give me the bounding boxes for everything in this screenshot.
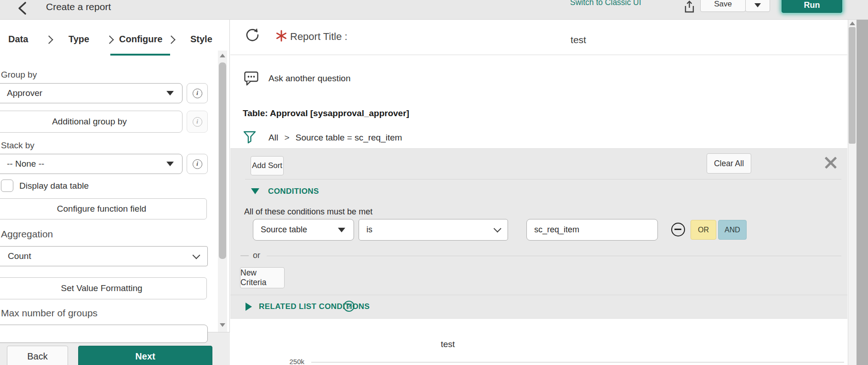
help-icon[interactable]: ? [343,301,354,312]
back-button[interactable]: Back [7,346,68,365]
stack-by-label: Stack by [1,140,34,151]
save-button-label: Save [714,0,732,9]
info-icon: i [193,117,202,127]
info-icon: i [193,89,202,98]
clear-all-label: Clear All [714,159,744,168]
chevron-down-icon [494,225,502,233]
remove-condition-icon[interactable] [671,223,685,236]
condition-operator-value: is [366,225,372,235]
condition-field-dropdown[interactable]: Source table [253,219,354,241]
clear-all-button[interactable]: Clear All [707,153,751,174]
new-criteria-label: New Criteria [240,268,284,287]
condition-field-value: Source table [261,225,307,235]
condition-value-input[interactable] [526,219,658,241]
step-configure[interactable]: Configure [119,34,162,45]
active-step-underline [110,54,170,56]
next-button[interactable]: Next [78,346,212,365]
add-sort-button[interactable]: Add Sort [251,156,284,175]
save-dropdown-button[interactable] [745,0,770,12]
related-section-divider [230,295,847,295]
right-gutter [857,20,868,365]
or-button-label: OR [698,226,709,234]
back-icon[interactable] [17,1,28,15]
display-data-table-label: Display data table [19,181,89,191]
expand-related-icon[interactable] [246,303,252,311]
and-button-label: AND [725,226,740,234]
conditions-section-header[interactable]: CONDITIONS [268,187,319,196]
set-value-formatting-button[interactable]: Set Value Formatting [0,277,207,299]
chevron-down-icon [166,162,174,166]
stack-by-info-button[interactable]: i [187,154,208,174]
report-title-value[interactable]: test [546,34,611,45]
config-panel-scrollbar-thumb[interactable] [219,62,226,259]
max-groups-label: Max number of groups [1,308,97,319]
conditions-helper-text: All of these conditions must be met [244,207,372,217]
collapse-conditions-icon[interactable] [251,188,259,194]
step-style[interactable]: Style [190,34,212,45]
chevron-down-icon [193,251,200,259]
display-data-table-checkbox[interactable] [1,180,13,192]
max-groups-input[interactable] [0,325,208,343]
share-icon[interactable] [683,0,696,14]
filter-icon[interactable] [242,130,257,146]
close-icon[interactable] [823,155,839,171]
scroll-up-icon[interactable] [850,22,855,25]
additional-group-by-info-button[interactable]: i [187,111,208,133]
step-type[interactable]: Type [69,34,89,45]
info-glyph: i [196,118,198,125]
stack-by-value: -- None -- [7,159,44,169]
run-button-label: Run [804,0,820,10]
ask-another-question-link[interactable]: Ask another question [268,73,351,84]
filter-breadcrumb[interactable]: All > Source table = sc_req_item [268,133,402,143]
or-divider-line [267,256,841,256]
refresh-icon[interactable] [245,27,260,43]
condition-operator-select[interactable]: is [359,219,508,241]
report-title-label: Report Title : [290,31,348,43]
set-value-formatting-label: Set Value Formatting [61,283,142,293]
chevron-down-icon [338,228,345,232]
scroll-up-icon[interactable] [220,54,225,57]
info-glyph: i [196,90,198,97]
table-info-label: Table: Approval [sysapproval_approver] [243,108,409,118]
help-glyph: ? [347,303,351,310]
step-data[interactable]: Data [8,34,28,45]
chat-bubble-icon[interactable] [244,70,259,87]
next-button-label: Next [135,351,155,362]
stack-by-dropdown[interactable]: -- None -- [0,154,183,174]
scroll-down-icon[interactable] [220,323,225,327]
info-glyph: i [196,160,198,168]
chart-gridline [311,362,844,363]
additional-group-by-label: Additional group by [52,117,127,127]
configure-function-field-button[interactable]: Configure function field [0,198,207,219]
group-by-label: Group by [1,70,37,80]
or-divider-label: or [253,251,260,260]
group-by-value: Approver [7,88,42,98]
save-button[interactable]: Save [700,0,746,12]
switch-to-classic-link[interactable]: Switch to Classic UI [570,0,641,7]
or-divider-dash [240,255,249,256]
or-button[interactable]: OR [691,220,716,240]
save-caret-icon [754,3,761,7]
group-by-info-button[interactable]: i [187,83,208,103]
filter-condition[interactable]: Source table = sc_req_item [296,133,402,142]
chart-y-tick-label: 250k [276,358,304,365]
chart-title: test [413,339,482,349]
filter-scope[interactable]: All [268,133,278,142]
back-button-label: Back [27,351,47,362]
aggregation-select[interactable]: Count [0,246,208,266]
aggregation-value: Count [8,251,31,261]
filter-separator: > [284,133,289,142]
report-header-divider [230,55,847,55]
info-icon: i [193,159,202,169]
required-asterisk-icon [275,29,287,42]
new-criteria-button[interactable]: New Criteria [240,267,285,288]
main-scrollbar-thumb[interactable] [849,27,856,144]
and-button[interactable]: AND [718,220,747,240]
additional-group-by-button[interactable]: Additional group by [0,111,183,133]
aggregation-label: Aggregation [1,229,53,240]
run-button[interactable]: Run [782,0,842,13]
conditions-top-divider [245,179,841,180]
group-by-dropdown[interactable]: Approver [0,83,183,103]
page-title: Create a report [46,1,111,12]
configure-function-field-label: Configure function field [57,204,146,214]
